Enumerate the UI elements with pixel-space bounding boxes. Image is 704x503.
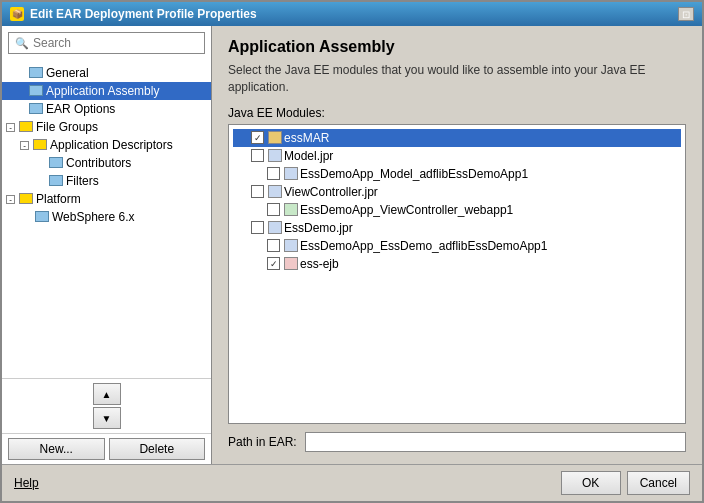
tree-item-filters[interactable]: Filters bbox=[2, 172, 211, 190]
tree-item-platform[interactable]: - Platform bbox=[2, 190, 211, 208]
tree-label-app-assembly: Application Assembly bbox=[46, 84, 159, 98]
tree-label-contributors: Contributors bbox=[66, 156, 131, 170]
tree-item-websphere[interactable]: WebSphere 6.x bbox=[2, 208, 211, 226]
modules-list: essMAR Model.jpr EssDemoApp_Model_adflib… bbox=[228, 124, 686, 424]
module-icon-essMAR bbox=[268, 131, 282, 144]
tree-label-filters: Filters bbox=[66, 174, 99, 188]
right-panel: Application Assembly Select the Java EE … bbox=[212, 26, 702, 464]
tree-area: General Application Assembly EAR Options bbox=[2, 60, 211, 378]
expand-icon-filters bbox=[34, 175, 46, 187]
nav-arrows: ▲ ▼ bbox=[2, 378, 211, 433]
title-bar: 📦 Edit EAR Deployment Profile Properties… bbox=[2, 2, 702, 26]
module-icon-ViewController.jpr bbox=[268, 185, 282, 198]
check-icon-ViewController.jpr[interactable] bbox=[251, 185, 264, 198]
left-panel: 🔍 General Application Assembly bbox=[2, 26, 212, 464]
path-row: Path in EAR: bbox=[228, 432, 686, 452]
file-groups-icon bbox=[19, 121, 33, 132]
module-icon-EssDemoApp_EssDemo_adflibEssDemoApp1 bbox=[284, 239, 298, 252]
check-icon-Model.jpr[interactable] bbox=[251, 149, 264, 162]
check-icon-EssDemoApp_Model_adflibEssDemoApp1[interactable] bbox=[267, 167, 280, 180]
module-item-essMAR[interactable]: essMAR bbox=[233, 129, 681, 147]
expand-box-platform[interactable]: - bbox=[6, 195, 15, 204]
check-icon-ess-ejb[interactable] bbox=[267, 257, 280, 270]
module-label-EssDemo.jpr: EssDemo.jpr bbox=[284, 221, 353, 235]
module-label-EssDemoApp_ViewController_webapp1: EssDemoApp_ViewController_webapp1 bbox=[300, 203, 513, 217]
module-label-ess-ejb: ess-ejb bbox=[300, 257, 339, 271]
content-area: 🔍 General Application Assembly bbox=[2, 26, 702, 464]
contributors-icon bbox=[49, 157, 63, 168]
check-icon-essMAR[interactable] bbox=[251, 131, 264, 144]
expand-icon-websphere bbox=[20, 211, 32, 223]
module-label-ViewController.jpr: ViewController.jpr bbox=[284, 185, 378, 199]
tree-item-general[interactable]: General bbox=[2, 64, 211, 82]
module-label-EssDemoApp_EssDemo_adflibEssDemoApp1: EssDemoApp_EssDemo_adflibEssDemoApp1 bbox=[300, 239, 547, 253]
module-item-Model.jpr[interactable]: Model.jpr bbox=[233, 147, 681, 165]
path-label: Path in EAR: bbox=[228, 435, 297, 449]
module-item-EssDemoApp_Model_adflibEssDemoApp1[interactable]: EssDemoApp_Model_adflibEssDemoApp1 bbox=[233, 165, 681, 183]
module-icon-EssDemo.jpr bbox=[268, 221, 282, 234]
check-icon-EssDemoApp_ViewController_webapp1[interactable] bbox=[267, 203, 280, 216]
search-box: 🔍 bbox=[8, 32, 205, 54]
module-label-EssDemoApp_Model_adflibEssDemoApp1: EssDemoApp_Model_adflibEssDemoApp1 bbox=[300, 167, 528, 181]
expand-icon-contributors bbox=[34, 157, 46, 169]
websphere-icon bbox=[35, 211, 49, 222]
nav-up-button[interactable]: ▲ bbox=[93, 383, 121, 405]
module-icon-EssDemoApp_ViewController_webapp1 bbox=[284, 203, 298, 216]
module-item-ess-ejb[interactable]: ess-ejb bbox=[233, 255, 681, 273]
tree-item-ear-options[interactable]: EAR Options bbox=[2, 100, 211, 118]
bottom-bar: Help OK Cancel bbox=[2, 464, 702, 501]
check-icon-EssDemoApp_EssDemo_adflibEssDemoApp1[interactable] bbox=[267, 239, 280, 252]
title-bar-left: 📦 Edit EAR Deployment Profile Properties bbox=[10, 7, 257, 21]
tree-item-app-assembly[interactable]: Application Assembly bbox=[2, 82, 211, 100]
check-icon-EssDemo.jpr[interactable] bbox=[251, 221, 264, 234]
module-item-ViewController.jpr[interactable]: ViewController.jpr bbox=[233, 183, 681, 201]
expand-box-app-descriptors[interactable]: - bbox=[20, 141, 29, 150]
main-window: 📦 Edit EAR Deployment Profile Properties… bbox=[0, 0, 704, 503]
module-icon-Model.jpr bbox=[268, 149, 282, 162]
module-icon-EssDemoApp_Model_adflibEssDemoApp1 bbox=[284, 167, 298, 180]
delete-button[interactable]: Delete bbox=[109, 438, 206, 460]
platform-icon bbox=[19, 193, 33, 204]
general-icon bbox=[29, 67, 43, 78]
search-input[interactable] bbox=[33, 36, 198, 50]
expand-box-file-groups[interactable]: - bbox=[6, 123, 15, 132]
help-link[interactable]: Help bbox=[14, 476, 39, 490]
tree-label-file-groups: File Groups bbox=[36, 120, 98, 134]
restore-button[interactable]: ⊡ bbox=[678, 7, 694, 21]
search-icon: 🔍 bbox=[15, 37, 29, 50]
tree-item-contributors[interactable]: Contributors bbox=[2, 154, 211, 172]
panel-title: Application Assembly bbox=[228, 38, 686, 56]
module-item-EssDemoApp_EssDemo_adflibEssDemoApp1[interactable]: EssDemoApp_EssDemo_adflibEssDemoApp1 bbox=[233, 237, 681, 255]
module-item-EssDemoApp_ViewController_webapp1[interactable]: EssDemoApp_ViewController_webapp1 bbox=[233, 201, 681, 219]
cancel-button[interactable]: Cancel bbox=[627, 471, 690, 495]
ok-button[interactable]: OK bbox=[561, 471, 621, 495]
bottom-buttons: OK Cancel bbox=[561, 471, 690, 495]
ear-options-icon bbox=[29, 103, 43, 114]
tree-item-app-descriptors[interactable]: - Application Descriptors bbox=[2, 136, 211, 154]
path-input[interactable] bbox=[305, 432, 686, 452]
title-bar-text: Edit EAR Deployment Profile Properties bbox=[30, 7, 257, 21]
left-bottom-buttons: New... Delete bbox=[2, 433, 211, 464]
panel-desc: Select the Java EE modules that you woul… bbox=[228, 62, 686, 96]
expand-icon-ear-options bbox=[14, 103, 26, 115]
tree-label-platform: Platform bbox=[36, 192, 81, 206]
tree-label-general: General bbox=[46, 66, 89, 80]
nav-down-button[interactable]: ▼ bbox=[93, 407, 121, 429]
app-assembly-icon bbox=[29, 85, 43, 96]
expand-icon-general bbox=[14, 67, 26, 79]
expand-icon-app-assembly bbox=[14, 85, 26, 97]
new-button[interactable]: New... bbox=[8, 438, 105, 460]
app-descriptors-icon bbox=[33, 139, 47, 150]
modules-label: Java EE Modules: bbox=[228, 106, 686, 120]
module-label-Model.jpr: Model.jpr bbox=[284, 149, 333, 163]
filters-icon bbox=[49, 175, 63, 186]
module-label-essMAR: essMAR bbox=[284, 131, 329, 145]
module-icon-ess-ejb bbox=[284, 257, 298, 270]
tree-item-file-groups[interactable]: - File Groups bbox=[2, 118, 211, 136]
module-item-EssDemo.jpr[interactable]: EssDemo.jpr bbox=[233, 219, 681, 237]
window-icon: 📦 bbox=[10, 7, 24, 21]
tree-label-websphere: WebSphere 6.x bbox=[52, 210, 135, 224]
tree-label-ear-options: EAR Options bbox=[46, 102, 115, 116]
tree-label-app-descriptors: Application Descriptors bbox=[50, 138, 173, 152]
